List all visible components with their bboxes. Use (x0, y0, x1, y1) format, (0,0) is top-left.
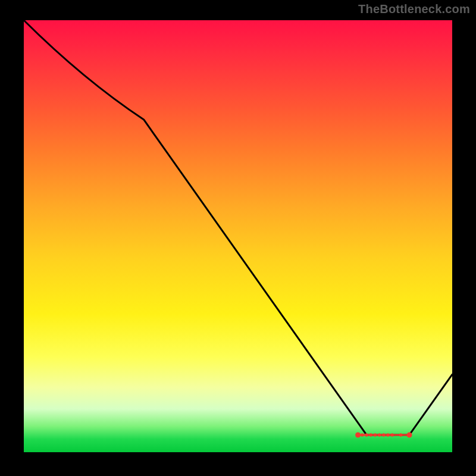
optimal-point (365, 433, 368, 437)
optimal-point (382, 433, 386, 437)
optimal-point (374, 433, 377, 437)
bottleneck-curve (24, 20, 452, 435)
optimal-point (407, 432, 412, 437)
optimal-point (399, 433, 403, 437)
plot-area (24, 20, 452, 452)
optimal-point (369, 433, 372, 437)
optimal-point (378, 433, 381, 437)
optimal-range-markers (355, 432, 412, 437)
attribution-text: TheBottleneck.com (358, 2, 470, 16)
optimal-point (386, 433, 390, 437)
optimal-point (390, 433, 394, 437)
chart-frame: TheBottleneck.com (0, 0, 476, 476)
curve-layer (24, 20, 452, 452)
optimal-point (355, 432, 361, 437)
optimal-point (361, 433, 364, 437)
